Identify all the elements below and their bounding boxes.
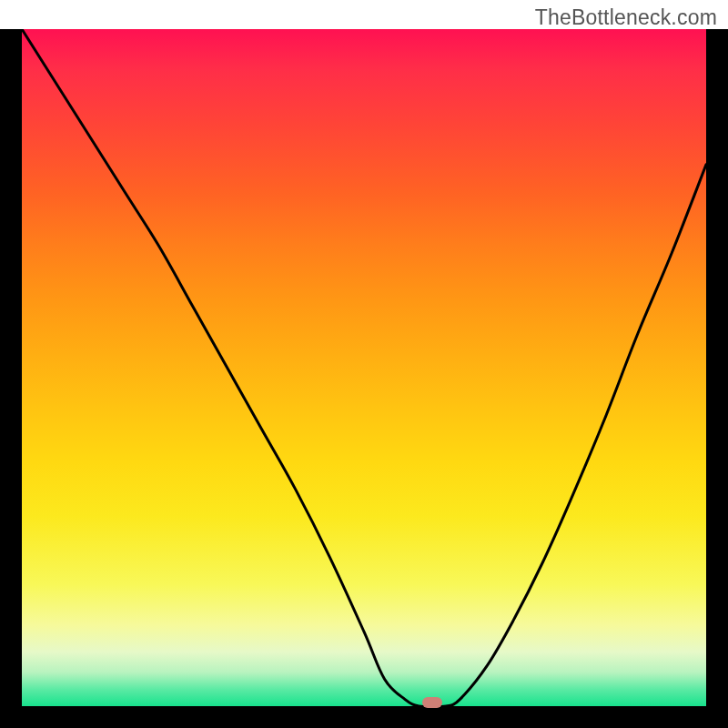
optimal-point-marker	[422, 697, 442, 708]
chart-frame	[0, 29, 728, 728]
chart-container: TheBottleneck.com	[0, 0, 728, 728]
chart-plot-area	[22, 29, 706, 706]
watermark-text: TheBottleneck.com	[535, 5, 717, 30]
bottleneck-curve	[22, 29, 706, 706]
